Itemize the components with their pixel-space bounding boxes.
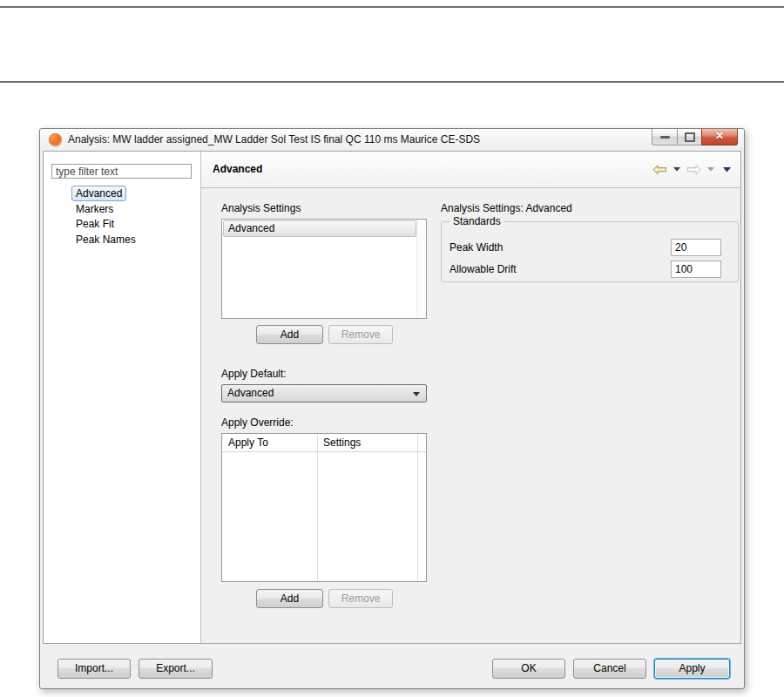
maximize-button[interactable] [677, 129, 702, 145]
ok-button[interactable]: OK [492, 659, 565, 679]
settings-tree: Advanced Markers Peak Fit Peak Names [44, 186, 200, 247]
page-title: Advanced [213, 152, 262, 187]
standards-group: Standards Peak Width Allowable Drift [441, 221, 739, 282]
dialog-client-area: Advanced Markers Peak Fit Peak Names [43, 151, 741, 686]
minimize-icon [660, 136, 670, 139]
background-rule-top [0, 6, 784, 8]
apply-default-label: Apply Default: [221, 368, 287, 380]
maximize-icon [685, 132, 695, 142]
page-header: Advanced [201, 152, 740, 188]
allowable-drift-input[interactable] [671, 261, 721, 278]
close-button[interactable]: ✕ [701, 129, 738, 145]
apply-button[interactable]: Apply [654, 659, 730, 679]
list-item[interactable]: Advanced [223, 220, 416, 237]
export-button[interactable]: Export... [139, 659, 213, 679]
chevron-down-icon [723, 167, 731, 173]
column-header-apply-to[interactable]: Apply To [222, 434, 317, 451]
analysis-settings-add-button[interactable]: Add [256, 325, 323, 344]
tree-item-advanced[interactable]: Advanced [44, 186, 200, 201]
tree-item-label: Peak Fit [71, 216, 118, 232]
minimize-button[interactable] [652, 129, 678, 145]
dialog-main-area: Advanced Markers Peak Fit Peak Names [43, 151, 741, 644]
tree-item-label: Peak Names [71, 232, 140, 247]
view-menu-button[interactable] [723, 167, 731, 173]
close-icon: ✕ [702, 129, 737, 144]
apply-override-table-header: Apply To Settings [222, 434, 426, 452]
tree-item-markers[interactable]: Markers [44, 201, 200, 217]
table-column-divider [417, 434, 418, 581]
dialog-button-bar: Import... Export... OK Cancel Apply [43, 644, 741, 686]
details-title: Analysis Settings: Advanced [441, 202, 572, 214]
filter-input[interactable] [51, 164, 192, 179]
apply-override-add-button[interactable]: Add [256, 589, 323, 608]
tree-item-label: Advanced [71, 186, 126, 201]
chevron-down-icon [413, 392, 420, 396]
background-rule-middle [0, 81, 784, 83]
forward-button[interactable] [686, 165, 701, 175]
table-column-divider [317, 434, 318, 581]
window-title: Analysis: MW ladder assigned_MW Ladder S… [68, 129, 605, 151]
peak-width-input[interactable] [671, 239, 721, 256]
apply-default-select[interactable]: Advanced [221, 384, 427, 403]
cancel-button[interactable]: Cancel [573, 659, 646, 679]
apply-override-remove-button[interactable]: Remove [328, 589, 393, 608]
allowable-drift-label: Allowable Drift [449, 263, 517, 275]
analysis-settings-remove-button[interactable]: Remove [328, 325, 393, 344]
analysis-settings-list: Advanced [221, 219, 427, 319]
tree-item-peak-names[interactable]: Peak Names [44, 232, 200, 247]
forward-history-dropdown[interactable] [707, 167, 714, 172]
title-bar[interactable]: Analysis: MW ladder assigned_MW Ladder S… [40, 129, 744, 151]
back-history-dropdown[interactable] [673, 167, 680, 172]
tree-item-label: Markers [71, 201, 118, 217]
chevron-down-icon [707, 167, 714, 172]
list-scrollbar[interactable] [416, 220, 426, 318]
standards-group-legend: Standards [449, 215, 504, 227]
apply-default-value: Advanced [227, 387, 274, 399]
column-header-settings[interactable]: Settings [317, 434, 420, 451]
forward-icon [686, 165, 701, 175]
back-icon [652, 165, 667, 175]
chevron-down-icon [673, 167, 680, 172]
desktop-background: Analysis: MW ladder assigned_MW Ladder S… [0, 0, 784, 697]
import-button[interactable]: Import... [57, 659, 131, 679]
app-icon [49, 133, 62, 146]
back-button[interactable] [652, 165, 667, 175]
settings-tree-panel: Advanced Markers Peak Fit Peak Names [44, 152, 200, 643]
tree-item-peak-fit[interactable]: Peak Fit [44, 216, 200, 232]
apply-override-table: Apply To Settings [221, 433, 427, 582]
analysis-settings-label: Analysis Settings [221, 202, 301, 214]
apply-override-label: Apply Override: [221, 416, 294, 429]
page-nav-toolbar [652, 152, 731, 187]
peak-width-label: Peak Width [449, 241, 503, 254]
settings-page: Advanced [201, 152, 740, 643]
analysis-dialog: Analysis: MW ladder assigned_MW Ladder S… [39, 128, 745, 689]
